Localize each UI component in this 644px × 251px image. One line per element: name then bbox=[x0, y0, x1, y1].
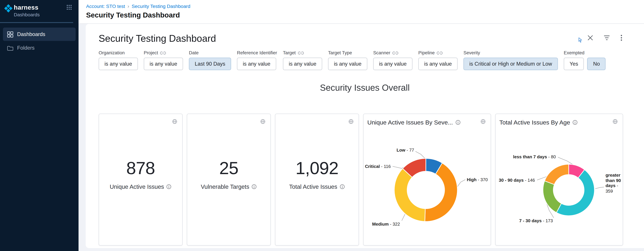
filter-chip[interactable]: is any value bbox=[283, 58, 322, 70]
chart-label: 30 - 90 days - 146 bbox=[499, 178, 535, 183]
dashboard-panel: Security Testing Dashboard bbox=[86, 24, 644, 248]
chart-label: Low - 77 bbox=[396, 147, 414, 152]
filter-group: Organization is any value bbox=[99, 50, 138, 70]
filter-label: Date bbox=[189, 50, 198, 55]
close-icon[interactable] bbox=[588, 35, 593, 40]
chart-tile-issues-by-age: Total Active Issues By Age bbox=[495, 114, 623, 246]
stat-tile-unique-active-issues: 878 Unique Active Issues bbox=[99, 114, 183, 246]
filter-label: Project bbox=[144, 50, 158, 55]
stat-value: 878 bbox=[126, 158, 155, 178]
dashboard-title: Security Testing Dashboard bbox=[99, 32, 631, 45]
filter-chip[interactable]: is Critical or High or Medium or Low bbox=[464, 58, 558, 70]
filter-group: Severity is Critical or High or Medium o… bbox=[464, 50, 558, 70]
donut-slice[interactable] bbox=[556, 170, 594, 216]
info-icon[interactable] bbox=[340, 184, 345, 189]
link-icon bbox=[160, 49, 166, 56]
filter-group: Project is any value bbox=[144, 50, 183, 70]
stat-value: 1,092 bbox=[296, 158, 338, 178]
filter-group: Target is any value bbox=[283, 50, 322, 70]
filter-label: Target Type bbox=[328, 50, 352, 55]
donut-slice[interactable] bbox=[394, 169, 425, 222]
stat-tile-vulnerable-targets: 25 Vulnerable Targets bbox=[187, 114, 271, 246]
chart-label: less than 7 days - 80 bbox=[513, 154, 556, 159]
filter-chip[interactable]: is any value bbox=[328, 58, 367, 70]
folder-icon bbox=[7, 45, 14, 51]
stat-value: 25 bbox=[219, 158, 238, 178]
filter-label: Organization bbox=[99, 50, 125, 55]
sidebar-item-folders[interactable]: Folders bbox=[3, 41, 76, 55]
link-icon bbox=[392, 49, 398, 56]
stat-tile-total-active-issues: 1,092 Total Active Issues bbox=[275, 114, 359, 246]
chart-label: High - 370 bbox=[467, 177, 488, 182]
stat-label: Unique Active Issues bbox=[110, 183, 164, 190]
chart-label: 7 - 30 days - 173 bbox=[519, 218, 553, 223]
dashboards-icon bbox=[7, 31, 14, 37]
info-icon[interactable] bbox=[166, 184, 172, 189]
filter-group: Pipeline is any value bbox=[418, 50, 458, 70]
chart-label: Critical - 116 bbox=[365, 164, 391, 169]
filter-chip[interactable]: is any value bbox=[418, 58, 458, 70]
breadcrumb-page-link[interactable]: Security Testing Dashboard bbox=[132, 4, 190, 9]
brand-name: harness bbox=[14, 4, 40, 11]
filter-label: Scanner bbox=[373, 50, 390, 55]
chart-label: Medium - 322 bbox=[372, 221, 400, 227]
filter-chip[interactable]: Last 90 Days bbox=[189, 58, 231, 70]
chart-label: greater than 90 days - 359 bbox=[606, 172, 625, 194]
mouse-cursor bbox=[578, 37, 582, 44]
filter-icon[interactable] bbox=[604, 35, 610, 40]
panel-actions bbox=[588, 35, 622, 41]
filter-chip[interactable]: is any value bbox=[237, 58, 276, 70]
filter-bar: Organization is any value Project is any… bbox=[99, 50, 631, 70]
filter-group: Exempted YesNo bbox=[564, 50, 606, 70]
filter-label: Reference Identifier bbox=[237, 50, 277, 55]
sidebar-header: harness Dashboards bbox=[0, 0, 78, 20]
stat-label: Total Active Issues bbox=[289, 183, 337, 190]
sidebar-nav: Dashboards Folders bbox=[0, 27, 78, 55]
page-header: Account: STO test › Security Testing Das… bbox=[78, 0, 644, 24]
harness-logo-icon bbox=[4, 4, 13, 15]
tiles-row: 878 Unique Active Issues bbox=[99, 114, 631, 246]
filter-chip[interactable]: is any value bbox=[144, 58, 183, 70]
app-root: harness Dashboards bbox=[0, 0, 644, 251]
section-title: Security Issues Overall bbox=[99, 82, 631, 94]
stat-label: Vulnerable Targets bbox=[201, 183, 249, 190]
filter-group: Target Type is any value bbox=[328, 50, 367, 70]
breadcrumb-separator: › bbox=[128, 3, 129, 9]
module-name: Dashboards bbox=[14, 12, 40, 17]
apps-grid-icon[interactable] bbox=[66, 4, 72, 12]
sidebar-item-label: Dashboards bbox=[17, 31, 45, 37]
filter-group: Scanner is any value bbox=[373, 50, 412, 70]
filter-chip[interactable]: Yes bbox=[564, 58, 584, 70]
sidebar-divider bbox=[0, 22, 73, 23]
link-icon bbox=[298, 49, 304, 56]
filter-group: Reference Identifier is any value bbox=[237, 50, 277, 70]
breadcrumb: Account: STO test › Security Testing Das… bbox=[86, 3, 644, 9]
filter-label: Exempted bbox=[564, 50, 584, 55]
filter-group: Date Last 90 Days bbox=[189, 50, 231, 70]
page-title: Security Testing Dashboard bbox=[86, 11, 644, 20]
filter-chip[interactable]: is any value bbox=[373, 58, 412, 70]
link-icon bbox=[437, 49, 443, 56]
filter-label: Severity bbox=[464, 50, 480, 55]
chart-tile-issues-by-severity: Unique Active Issues By Seve... bbox=[363, 114, 491, 246]
donut-slice[interactable] bbox=[543, 181, 561, 213]
content-area: Security Testing Dashboard bbox=[78, 24, 644, 251]
sidebar-item-label: Folders bbox=[17, 45, 34, 51]
filter-chip[interactable]: is any value bbox=[99, 58, 138, 70]
filter-label: Pipeline bbox=[418, 50, 434, 55]
kebab-menu-icon[interactable] bbox=[620, 35, 622, 41]
sidebar: harness Dashboards bbox=[0, 0, 78, 251]
filter-label: Target bbox=[283, 50, 296, 55]
breadcrumb-account-link[interactable]: Account: STO test bbox=[86, 4, 125, 9]
main-area: Account: STO test › Security Testing Das… bbox=[78, 0, 644, 251]
filter-chip[interactable]: No bbox=[587, 58, 606, 70]
info-icon[interactable] bbox=[252, 184, 257, 189]
donut-slice[interactable] bbox=[545, 164, 569, 185]
sidebar-item-dashboards[interactable]: Dashboards bbox=[3, 27, 76, 41]
